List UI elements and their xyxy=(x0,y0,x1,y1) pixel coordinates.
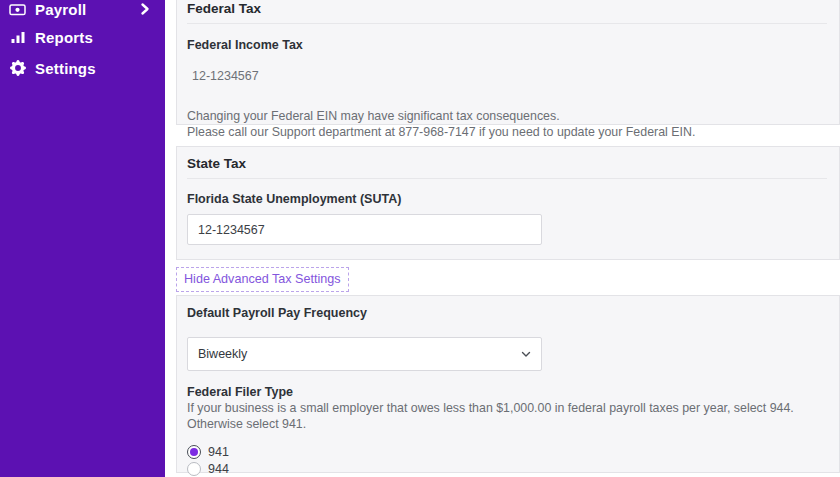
pay-frequency-select[interactable]: Biweekly xyxy=(187,337,542,371)
sidebar-item-label: Reports xyxy=(35,29,93,46)
pay-frequency-selected-value: Biweekly xyxy=(198,347,247,361)
state-tax-title: State Tax xyxy=(187,156,827,179)
federal-tax-title: Federal Tax xyxy=(187,1,827,24)
chevron-down-icon xyxy=(521,351,531,358)
radio-941-selected[interactable] xyxy=(187,445,201,459)
sidebar-item-label: Payroll xyxy=(35,1,86,18)
state-tax-card: State Tax Florida State Unemployment (SU… xyxy=(176,146,840,260)
sidebar: Payroll Reports Settings xyxy=(0,0,165,477)
filer-option-944[interactable]: 944 xyxy=(187,462,827,476)
bar-chart-icon xyxy=(9,29,26,46)
main-content: Federal Tax Federal Income Tax 12-123456… xyxy=(165,0,840,477)
federal-tax-card: Federal Tax Federal Income Tax 12-123456… xyxy=(176,0,840,125)
sidebar-item-payroll[interactable]: Payroll xyxy=(0,0,165,21)
radio-941-label: 941 xyxy=(208,445,229,459)
hide-advanced-tax-settings-link[interactable]: Hide Advanced Tax Settings xyxy=(176,267,349,292)
filer-option-941[interactable]: 941 xyxy=(187,445,827,459)
federal-ein-note-line2: Please call our Support department at 87… xyxy=(187,125,827,141)
filer-type-label: Federal Filer Type xyxy=(187,385,827,399)
sidebar-item-reports[interactable]: Reports xyxy=(0,25,165,49)
gear-icon xyxy=(9,60,26,77)
pay-frequency-label: Default Payroll Pay Frequency xyxy=(187,306,827,320)
banknote-icon xyxy=(9,1,26,18)
filer-type-help: If your business is a small employer tha… xyxy=(187,401,827,432)
sidebar-item-label: Settings xyxy=(35,60,96,77)
radio-944-unselected[interactable] xyxy=(187,462,201,476)
suta-input[interactable] xyxy=(187,214,542,245)
federal-ein-value: 12-1234567 xyxy=(187,69,827,83)
federal-ein-note-line1: Changing your Federal EIN may have signi… xyxy=(187,109,827,125)
sidebar-item-settings[interactable]: Settings xyxy=(0,56,165,80)
suta-label: Florida State Unemployment (SUTA) xyxy=(187,192,827,206)
radio-944-label: 944 xyxy=(208,462,229,476)
federal-income-tax-label: Federal Income Tax xyxy=(187,38,827,52)
advanced-tax-settings-card: Default Payroll Pay Frequency Biweekly F… xyxy=(176,295,840,473)
chevron-right-icon xyxy=(139,2,151,16)
